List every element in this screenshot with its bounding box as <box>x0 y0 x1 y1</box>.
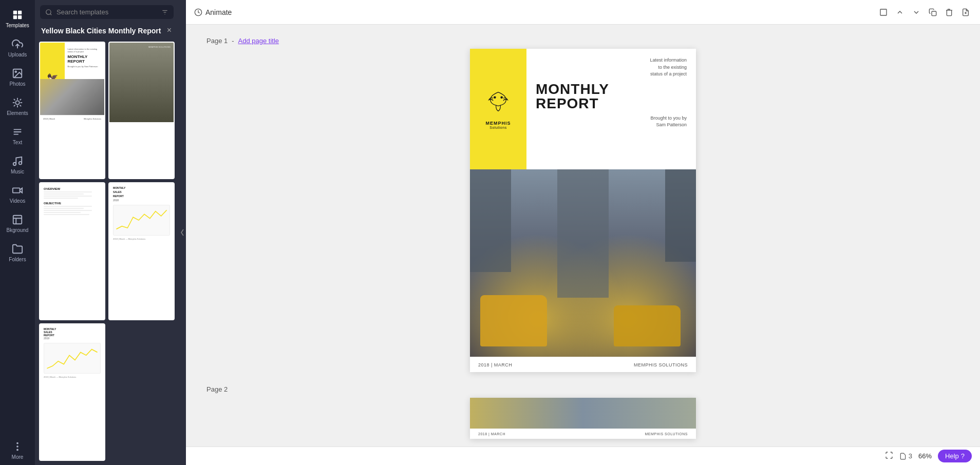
videos-icon <box>12 185 23 196</box>
svg-point-20 <box>16 442 18 444</box>
sidebar-item-photos[interactable]: Photos <box>0 63 35 92</box>
sidebar-item-elements[interactable]: Elements <box>0 92 35 121</box>
template-thumb-1[interactable]: 🦅 MEMPHIS Solutions Latest information t… <box>39 42 105 179</box>
page1-right: Latest informationto the existingstatus … <box>526 49 696 169</box>
sales2019-year: 2019 <box>44 337 101 340</box>
more-icon <box>12 441 23 452</box>
search-bar[interactable] <box>40 5 174 19</box>
svg-rect-29 <box>880 9 887 15</box>
add-page-title-link[interactable]: Add page title <box>238 37 279 45</box>
arrow-up-button[interactable] <box>894 6 906 18</box>
chart-2018 <box>113 205 170 236</box>
template-thumb-4[interactable]: MONTHLY SALES REPORT 2018 2018 | March —… <box>108 182 175 320</box>
overview-line1 <box>44 191 92 192</box>
doc-page-2[interactable]: 2018 | MARCH MEMPHIS SOLUTIONS <box>470 398 696 439</box>
sidebar-item-folders-label: Folders <box>9 257 26 262</box>
pages-icon <box>899 453 907 460</box>
page1-label-row: Page 1 - Add page title <box>206 37 959 45</box>
template-thumb-3[interactable]: OVERVIEW OBJECTIVE <box>39 182 105 320</box>
overview-title: OVERVIEW <box>44 187 101 190</box>
city-photo-thumb <box>40 79 104 115</box>
sidebar: Templates Uploads Photos Element <box>0 0 35 465</box>
chart-2019 <box>44 343 101 374</box>
svg-point-17 <box>19 162 22 165</box>
building-mid <box>557 169 609 298</box>
copy-icon <box>929 8 937 16</box>
page1-memphis-text: MEMPHIS <box>485 121 511 126</box>
sidebar-item-background[interactable]: Bkground <box>0 209 35 238</box>
svg-line-14 <box>14 105 15 107</box>
page1-solutions-text: Solutions <box>489 126 506 129</box>
template-thumb-2[interactable]: MEMPHIS SOLUTIONS <box>108 42 175 179</box>
eagle-svg <box>485 89 511 114</box>
page2-photo-strip <box>470 398 696 429</box>
page1-footer-left: 2018 | MARCH <box>478 362 512 367</box>
add-page-button[interactable] <box>959 6 972 18</box>
svg-line-15 <box>20 99 22 101</box>
copy-button[interactable] <box>927 6 939 18</box>
svg-point-7 <box>15 101 19 104</box>
svg-point-21 <box>16 445 18 448</box>
arrow-down-button[interactable] <box>910 6 922 18</box>
template-header: Yellow Black Cities Monthly Report × <box>35 23 179 40</box>
page2-label-row: Page 2 <box>206 384 959 394</box>
sales2018-title: MONTHLY <box>113 186 170 189</box>
doc-page-1[interactable]: MEMPHIS Solutions Latest informationto t… <box>470 49 696 372</box>
svg-point-33 <box>494 96 496 98</box>
svg-rect-0 <box>13 11 17 14</box>
objective-line5 <box>44 214 89 215</box>
close-panel-button[interactable]: × <box>166 26 173 34</box>
help-button[interactable]: Help ? <box>938 450 972 462</box>
background-icon <box>12 214 23 225</box>
fullscreen-icon <box>885 451 893 459</box>
sidebar-item-folders[interactable]: Folders <box>0 238 35 267</box>
page-count-value: 3 <box>909 452 912 460</box>
frame-icon <box>879 8 888 16</box>
objective-line2 <box>44 208 84 209</box>
search-input[interactable] <box>56 8 157 16</box>
music-icon <box>12 156 23 167</box>
svg-rect-2 <box>13 15 17 19</box>
help-icon: ? <box>961 452 965 460</box>
sidebar-item-templates-label: Templates <box>6 23 29 28</box>
delete-icon <box>945 8 953 16</box>
page1-city-photo <box>470 169 696 357</box>
sidebar-item-videos[interactable]: Videos <box>0 180 35 209</box>
page1-monthly: MONTHLY <box>536 82 687 96</box>
arrow-up-icon <box>896 8 904 16</box>
page1-footer-right: MEMPHIS SOLUTIONS <box>634 362 688 367</box>
svg-point-22 <box>16 449 18 451</box>
text-icon <box>12 126 23 138</box>
delete-button[interactable] <box>943 6 955 18</box>
svg-point-23 <box>46 9 51 14</box>
svg-point-34 <box>501 96 502 98</box>
sidebar-item-music[interactable]: Music <box>0 150 35 180</box>
page2-section: Page 2 2018 | MARCH MEMPHIS SOLUTIONS <box>206 384 959 439</box>
sales2019-footer: 2019 | March — Memphis Solutions <box>44 376 101 378</box>
canvas-area: Animate <box>186 0 980 465</box>
sidebar-item-photos-label: Photos <box>9 81 25 87</box>
sales2018-footer: 2018 | March — Memphis Solutions <box>113 238 170 240</box>
svg-rect-18 <box>13 188 20 192</box>
overview-line3 <box>44 196 92 197</box>
sidebar-item-templates[interactable]: Templates <box>0 4 35 33</box>
frame-button[interactable] <box>877 6 890 18</box>
page1-footer: 2018 | MARCH MEMPHIS SOLUTIONS <box>470 357 696 372</box>
collapse-handle[interactable] <box>179 0 186 465</box>
template-thumb-5[interactable]: MONTHLY SALES REPORT 2019 2019 | March —… <box>39 323 105 461</box>
uploads-icon <box>12 38 23 50</box>
sidebar-item-uploads[interactable]: Uploads <box>0 33 35 63</box>
fullscreen-button[interactable] <box>885 451 893 461</box>
page1-section: Page 1 - Add page title <box>206 37 959 372</box>
animate-button[interactable]: Animate <box>194 8 232 16</box>
canvas-scroll[interactable]: Page 1 - Add page title <box>186 25 980 447</box>
page1-latest-info: Latest informationto the existingstatus … <box>536 57 687 78</box>
page1-report: REPORT <box>536 96 687 111</box>
bottom-bar: 3 66% Help ? <box>186 447 980 465</box>
sidebar-item-elements-label: Elements <box>7 110 28 116</box>
sidebar-item-text[interactable]: Text <box>0 121 35 150</box>
svg-line-10 <box>14 99 15 101</box>
sidebar-item-more[interactable]: More <box>0 436 35 465</box>
collapse-icon <box>180 228 184 237</box>
objective-line1 <box>44 206 92 207</box>
